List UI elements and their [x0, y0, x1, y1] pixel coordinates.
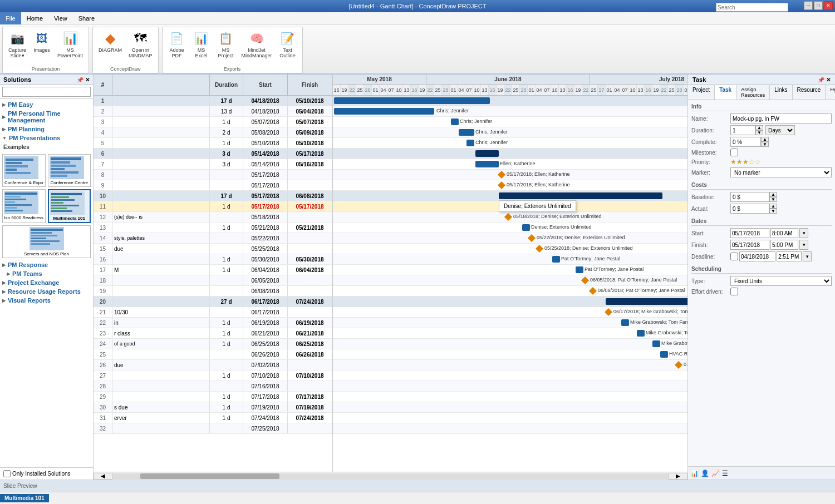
icon-chart[interactable]: 📈	[711, 470, 720, 477]
finish-time-input[interactable]	[770, 240, 798, 250]
table-row[interactable]: 7 3 d 05/14/2018 05/16/2018	[94, 159, 332, 170]
baseline-input[interactable]	[730, 192, 769, 202]
table-row[interactable]: 30 s due 1 d 07/19/2018 07/19/2018	[94, 402, 332, 413]
table-row[interactable]: 4 2 d 05/08/2018 05/09/2018	[94, 127, 332, 138]
table-row[interactable]: 11 1 d 05/17/2018 05/17/2018	[94, 201, 332, 212]
ribbon-text-outline[interactable]: 📝 TextOutline	[277, 28, 299, 60]
deadline-checkbox[interactable]	[730, 253, 738, 260]
table-row[interactable]: 25 06/26/2018 06/26/2018	[94, 349, 332, 360]
table-row[interactable]: 19 06/08/2018	[94, 286, 332, 297]
duration-input[interactable]	[730, 125, 755, 135]
table-row[interactable]: 1 17 d 04/18/2018 05/10/2018	[94, 96, 332, 106]
solutions-item-pm-planning[interactable]: ▶ PM Planning	[0, 125, 93, 134]
menu-share[interactable]: Share	[73, 12, 100, 24]
actual-up-btn[interactable]: ▲	[769, 204, 777, 209]
table-row[interactable]: 32 07/25/2018	[94, 423, 332, 434]
ribbon-ms-powerpoint[interactable]: 📊 MSPowerPoint	[55, 28, 85, 60]
deadline-picker-btn[interactable]: ▾	[803, 251, 812, 261]
ribbon-images[interactable]: 🖼 Images	[31, 28, 53, 54]
minimize-button[interactable]: ─	[804, 1, 813, 10]
table-row[interactable]: 16 1 d 05/30/2018 05/30/2018	[94, 254, 332, 265]
solutions-item-project-exchange[interactable]: ▶ Project Exchange	[0, 278, 93, 287]
menu-file[interactable]: File	[0, 12, 21, 24]
gallery-item-servers[interactable]: Servers and NOS Plan	[2, 225, 91, 258]
solutions-item-pm-teams[interactable]: ▶ PM Teams	[0, 269, 93, 278]
table-row[interactable]: 9 05/17/2018	[94, 180, 332, 191]
deadline-time-input[interactable]	[777, 251, 802, 261]
icon-table[interactable]: 📊	[690, 470, 699, 477]
complete-input[interactable]	[730, 137, 761, 147]
table-row[interactable]: 20 27 d 06/17/2018 07/24/2018	[94, 297, 332, 307]
ribbon-capture-slide[interactable]: 📷 CaptureSlide▾	[6, 28, 28, 60]
ribbon-adobe-pdf[interactable]: 📄 AdobePDF	[166, 28, 188, 60]
table-row[interactable]: 3 1 d 05/07/2018 05/07/2018	[94, 117, 332, 127]
milestone-checkbox[interactable]	[730, 149, 738, 156]
gallery-item-iso[interactable]: Iso 9000 Readiness	[2, 189, 46, 223]
ribbon-ms-excel[interactable]: 📊 MSExcel	[190, 28, 213, 60]
table-row[interactable]: 6 3 d 05/14/2018 05/17/2018	[94, 149, 332, 159]
scroll-left-btn[interactable]: ◀	[94, 473, 112, 480]
tab-project[interactable]: Project	[688, 85, 715, 100]
ribbon-mindjet[interactable]: 🧠 MindJetMindManager	[239, 28, 274, 60]
start-date-picker-btn[interactable]: ▾	[799, 228, 808, 238]
baseline-up-btn[interactable]: ▲	[769, 192, 777, 197]
only-installed-checkbox[interactable]	[3, 470, 11, 477]
table-row[interactable]: 18 06/05/2018	[94, 275, 332, 286]
solutions-item-pm-response[interactable]: ▶ PM Response	[0, 260, 93, 269]
tab-resource[interactable]: Resource	[793, 85, 826, 100]
table-row[interactable]: 5 1 d 05/10/2018 05/10/2018	[94, 138, 332, 149]
tab-links[interactable]: Links	[770, 85, 792, 100]
close-button[interactable]: ✕	[824, 1, 833, 10]
menu-view[interactable]: View	[48, 12, 73, 24]
finish-date-picker-btn[interactable]: ▾	[799, 240, 808, 250]
table-row[interactable]: 21 10/30 06/17/2018	[94, 307, 332, 318]
finish-date-input[interactable]	[730, 240, 769, 250]
table-row[interactable]: 17 M 1 d 06/04/2018 06/04/2018	[94, 265, 332, 275]
gallery-item-multimedia[interactable]: Multimedia 101	[48, 189, 91, 223]
tab-hypernote[interactable]: Hypernote	[826, 85, 835, 100]
table-row[interactable]: 24 of a good 1 d 06/25/2018 06/25/2018	[94, 339, 332, 349]
ribbon-ms-project[interactable]: 📋 MSProject	[215, 28, 237, 60]
priority-stars[interactable]: ★★★☆☆	[730, 158, 761, 166]
solutions-item-pm-easy[interactable]: ▶ PM Easy	[0, 100, 93, 109]
solutions-item-pm-presentations[interactable]: ▼ PM Presentations	[0, 134, 93, 142]
table-row[interactable]: 15 due 05/25/2018	[94, 244, 332, 254]
table-row[interactable]: 22 in 1 d 06/19/2018 06/19/2018	[94, 318, 332, 328]
start-time-input[interactable]	[770, 228, 798, 238]
horizontal-scrollbar[interactable]	[112, 473, 669, 479]
table-row[interactable]: 27 1 d 07/10/2018 07/10/2018	[94, 370, 332, 381]
ribbon-diagram[interactable]: ◆ DIAGRAM	[96, 28, 124, 54]
table-row[interactable]: 8 05/17/2018	[94, 170, 332, 180]
menu-home[interactable]: Home	[21, 12, 48, 24]
complete-up-btn[interactable]: ▲	[761, 137, 769, 142]
marker-select[interactable]: No marker	[730, 167, 832, 177]
solutions-item-visual-reports[interactable]: ▶ Visual Reports	[0, 296, 93, 305]
effort-driven-checkbox[interactable]	[730, 288, 738, 295]
table-row[interactable]: 12 (s)e) due-- is 05/18/2018	[94, 212, 332, 223]
complete-down-btn[interactable]: ▼	[761, 142, 769, 147]
baseline-down-btn[interactable]: ▼	[769, 197, 777, 202]
table-row[interactable]: 29 1 d 07/17/2018 07/17/2018	[94, 392, 332, 402]
solutions-pin-icon[interactable]: 📌	[77, 77, 84, 83]
gallery-item-conference-centre[interactable]: Conference Centre	[48, 154, 91, 187]
table-row[interactable]: 28 07/16/2018	[94, 381, 332, 392]
actual-down-btn[interactable]: ▼	[769, 209, 777, 214]
tab-assign-resources[interactable]: Assign Resources	[736, 85, 770, 100]
table-row[interactable]: 31 erver 1 d 07/24/2018 07/24/2018	[94, 413, 332, 423]
solutions-close-icon[interactable]: ✕	[85, 77, 90, 83]
scroll-right-btn[interactable]: ▶	[669, 473, 687, 480]
deadline-date-input[interactable]	[739, 251, 775, 261]
duration-down-btn[interactable]: ▼	[755, 130, 763, 135]
actual-input[interactable]	[730, 204, 769, 214]
start-date-input[interactable]	[730, 228, 769, 238]
ribbon-open-mindmap[interactable]: 🗺 Open inMINDMAP	[126, 28, 155, 60]
icon-list[interactable]: ☰	[722, 470, 728, 477]
task-panel-pin-icon[interactable]: 📌	[818, 77, 824, 83]
table-row[interactable]: 13 1 d 05/21/2018 05/21/2018	[94, 223, 332, 233]
search-input[interactable]	[716, 3, 788, 12]
name-input[interactable]	[730, 113, 832, 123]
solutions-item-pm-personal[interactable]: ▶ PM Personal Time Management	[0, 109, 93, 125]
table-row[interactable]: 14 style, palettes 05/22/2018	[94, 233, 332, 244]
table-row[interactable]: 26 due 07/02/2018	[94, 360, 332, 370]
duration-unit-select[interactable]: Days Hours Weeks	[765, 125, 795, 135]
